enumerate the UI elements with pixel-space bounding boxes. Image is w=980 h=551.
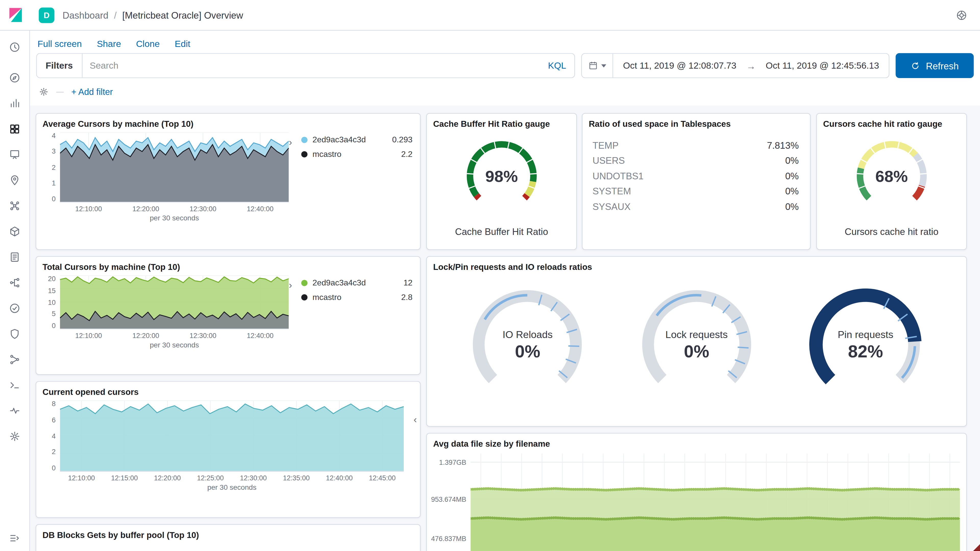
- sidebar-item-visualize[interactable]: [0, 91, 30, 116]
- legend-toggle-icon[interactable]: ›: [289, 278, 298, 349]
- legend-item[interactable]: 2ed9ac3a4c3d 12: [301, 278, 412, 287]
- sidebar-item-metrics[interactable]: [0, 219, 30, 244]
- sidebar-item-uptime[interactable]: [0, 295, 30, 321]
- calendar-button[interactable]: [582, 54, 613, 78]
- series-value: 0.293: [392, 135, 413, 144]
- x-axis-label: per 30 seconds: [60, 339, 289, 349]
- sidebar-item-dev-tools[interactable]: [0, 372, 30, 398]
- calendar-icon: [588, 61, 598, 71]
- gauge-label: Lock requests: [618, 329, 775, 341]
- gauge-caption: Cache Buffer Hit Ratio: [427, 224, 576, 237]
- average-cursors-chart[interactable]: [60, 132, 289, 202]
- sidebar-collapse-button[interactable]: [0, 524, 30, 551]
- gear-icon: [39, 87, 49, 97]
- panel-title[interactable]: Avg data file size by filename: [427, 433, 966, 450]
- series-label: 2ed9ac3a4c3d: [312, 135, 387, 144]
- x-axis-ticks: 12:10:0012:15:0012:20:0012:25:0012:30:00…: [60, 472, 404, 482]
- series-label: mcastro: [312, 292, 396, 302]
- tablespace-row[interactable]: SYSTEM 0%: [593, 183, 799, 199]
- clock-icon: [9, 41, 21, 53]
- legend-item[interactable]: mcastro 2.2: [301, 149, 412, 159]
- y-axis-ticks: 86420: [40, 400, 60, 472]
- panel-title[interactable]: Ratio of used space in Tablespaces: [582, 114, 810, 130]
- panel-opened-cursors: Current opened cursors 86420 12:10:0012:…: [36, 381, 421, 518]
- compass-icon: [9, 72, 21, 84]
- space-avatar[interactable]: D: [39, 7, 54, 23]
- sidebar-item-siem[interactable]: [0, 321, 30, 347]
- sidebar-item-recently-viewed[interactable]: [0, 35, 30, 60]
- filters-button[interactable]: Filters: [37, 54, 82, 78]
- divider: [56, 92, 64, 92]
- y-axis-ticks: 20151050: [40, 275, 60, 329]
- tablespace-name: USERS: [593, 155, 654, 166]
- gauge-value: 82%: [788, 342, 943, 362]
- date-picker: Oct 11, 2019 @ 12:08:07.73 → Oct 11, 201…: [581, 53, 890, 78]
- avg-file-size-chart[interactable]: [471, 454, 960, 551]
- map-pin-icon: [9, 174, 21, 186]
- sidebar-item-machine-learning[interactable]: [0, 193, 30, 219]
- search-input[interactable]: [82, 61, 540, 71]
- page-title: [Metricbeat Oracle] Overview: [122, 10, 243, 21]
- opened-cursors-chart[interactable]: [60, 400, 404, 472]
- add-filter-link[interactable]: + Add filter: [71, 87, 113, 97]
- refresh-icon: [911, 61, 920, 70]
- share-nodes-icon: [9, 354, 21, 365]
- cursors-cache-gauge: 68%: [817, 130, 966, 224]
- legend-expand-icon[interactable]: ‹: [414, 414, 417, 426]
- pulse-icon: [9, 405, 21, 417]
- panel-db-blocks: DB Blocks Gets by buffer pool (Top 10): [36, 524, 421, 551]
- tablespace-value: 0%: [754, 170, 799, 181]
- tablespace-row[interactable]: SYSAUX 0%: [593, 199, 799, 214]
- legend-toggle-icon[interactable]: ›: [289, 135, 298, 222]
- shield-icon: [9, 328, 21, 340]
- breadcrumb-dashboard[interactable]: Dashboard: [62, 10, 108, 21]
- gauge-label: Pin requests: [788, 329, 943, 341]
- sidebar-item-maps[interactable]: [0, 167, 30, 193]
- date-from[interactable]: Oct 11, 2019 @ 12:08:07.73: [613, 61, 746, 71]
- panel-title[interactable]: DB Blocks Gets by buffer pool (Top 10): [36, 525, 420, 541]
- sidebar-item-discover[interactable]: [0, 65, 30, 91]
- panel-title[interactable]: Cursors cache hit ratio gauge: [817, 114, 966, 130]
- date-to[interactable]: Oct 11, 2019 @ 12:45:56.13: [756, 61, 889, 71]
- sidebar-item-management[interactable]: [0, 424, 30, 449]
- panel-title[interactable]: Lock/Pin requests and IO reloads ratios: [427, 257, 966, 273]
- edit-link[interactable]: Edit: [175, 39, 190, 49]
- x-axis-ticks: 12:10:0012:20:0012:30:0012:40:00: [60, 202, 289, 212]
- refresh-button[interactable]: Refresh: [896, 53, 974, 78]
- sidebar-item-logs[interactable]: [0, 245, 30, 270]
- sidebar-item-stack-monitoring[interactable]: [0, 398, 30, 424]
- dashboard-toolbar: Full screen Share Clone Edit Filters KQL: [30, 30, 980, 106]
- legend-item[interactable]: mcastro 2.8: [301, 292, 412, 302]
- panel-total-cursors: Total Cursors by machine (Top 10) 201510…: [36, 256, 421, 375]
- filter-settings-button[interactable]: [39, 87, 49, 97]
- panel-title[interactable]: Total Cursors by machine (Top 10): [36, 257, 420, 273]
- clone-link[interactable]: Clone: [136, 39, 160, 49]
- tablespace-value: 0%: [754, 201, 799, 212]
- sidebar-item-canvas[interactable]: [0, 142, 30, 167]
- tablespace-row[interactable]: TEMP 7.813%: [593, 138, 799, 153]
- help-icon[interactable]: [956, 9, 967, 21]
- full-screen-link[interactable]: Full screen: [38, 39, 82, 49]
- kibana-logo[interactable]: [0, 0, 31, 30]
- panel-title[interactable]: Current opened cursors: [36, 382, 420, 398]
- tablespace-row[interactable]: UNDOTBS1 0%: [593, 168, 799, 183]
- sidebar-item-apm[interactable]: [0, 270, 30, 295]
- sidebar-item-dashboard[interactable]: [0, 116, 30, 142]
- panel-title[interactable]: Average Cursors by machine (Top 10): [36, 114, 420, 130]
- check-circle-icon: [9, 302, 21, 314]
- x-axis-label: per 30 seconds: [60, 482, 404, 491]
- tablespace-name: UNDOTBS1: [593, 170, 654, 181]
- kql-button[interactable]: KQL: [540, 61, 574, 71]
- panel-title[interactable]: Cache Buffer Hit Ratio gauge: [427, 114, 576, 130]
- sidebar-item-graph[interactable]: [0, 347, 30, 372]
- x-axis-label: per 30 seconds: [60, 213, 289, 222]
- branch-icon: [9, 277, 21, 289]
- share-link[interactable]: Share: [97, 39, 121, 49]
- total-cursors-chart[interactable]: [60, 275, 289, 329]
- tablespace-value: 0%: [754, 186, 799, 197]
- legend-item[interactable]: 2ed9ac3a4c3d 0.293: [301, 135, 412, 144]
- tablespace-row[interactable]: USERS 0%: [593, 153, 799, 168]
- series-dot: [301, 151, 307, 157]
- gauge-value: 0%: [449, 342, 606, 362]
- nodes-icon: [9, 200, 21, 212]
